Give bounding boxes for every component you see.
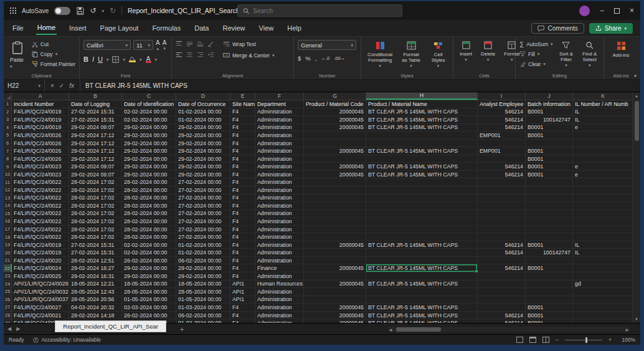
cancel-entry-button[interactable]: × [50, 82, 54, 89]
cell-B14[interactable]: 28-02-2024 17:02 [69, 202, 122, 210]
cell-J27[interactable]: B0001 [526, 304, 573, 312]
document-title[interactable]: Report_Incident_QC_LIR_API_Search [128, 7, 240, 14]
cell-C25[interactable]: 28-05-2024 00:00 [122, 288, 176, 296]
autosave-toggle[interactable] [54, 7, 70, 15]
cell-D15[interactable]: 27-02-2024 00:00 [176, 210, 230, 218]
clear-button[interactable]: Clear ▾ [519, 60, 553, 68]
cell-G23[interactable] [304, 272, 366, 281]
cell-E4[interactable]: F4 [230, 124, 255, 132]
cell-D4[interactable]: 29-02-2024 00:00 [176, 124, 230, 132]
page-layout-view-button[interactable] [529, 337, 536, 343]
column-header-H[interactable]: H [366, 92, 478, 100]
comma-style-button[interactable]: , [315, 55, 317, 62]
cell-I22[interactable]: 546214 [478, 264, 526, 272]
cell-A11[interactable]: F4/LIR/QC/24/0022 [12, 178, 69, 186]
tab-formulas[interactable]: Formulas [151, 22, 182, 34]
fill-color-button[interactable] [129, 56, 136, 62]
cell-G3[interactable]: 20000045 [304, 116, 366, 124]
cell-A24[interactable]: API/1/LIR/QC/24/0028 [12, 281, 69, 289]
cell-A19[interactable]: F4/LIR/QC/24/0019 [12, 241, 69, 249]
cell-H5[interactable] [366, 132, 478, 140]
cell-I12[interactable] [478, 186, 526, 195]
row-header-9[interactable]: 9 [4, 163, 12, 171]
insert-cells-button[interactable]: Insert ▾ [457, 40, 475, 71]
cell-K24[interactable]: gd [573, 281, 632, 289]
cell-H7[interactable]: BT CLEAR JR-5 145ML WITH CAPS [366, 147, 478, 155]
minimize-button[interactable]: − [600, 6, 604, 15]
cell-D7[interactable]: 29-02-2024 00:00 [176, 147, 230, 155]
cell-D27[interactable]: 01-03-2024 00:00 [176, 304, 230, 312]
cell-B16[interactable]: 28-02-2024 17:02 [69, 218, 122, 226]
row-header-2[interactable]: 2 [4, 108, 12, 117]
cell-B1[interactable]: Date of Logging [69, 100, 122, 108]
app-launcher-icon[interactable] [10, 7, 16, 14]
cell-I2[interactable]: 546214 [478, 108, 526, 117]
merge-center-button[interactable]: Merge & Center ▾ [223, 51, 275, 59]
scroll-down-arrow-icon[interactable]: ▾ [635, 315, 638, 323]
cell-G1[interactable]: Product / Material Code [304, 100, 366, 108]
cell-F1[interactable]: Department [255, 100, 304, 108]
increase-decimal-button[interactable]: ←.0 [321, 55, 329, 61]
cell-K13[interactable] [573, 195, 632, 203]
cell-E27[interactable]: F4 [230, 304, 255, 312]
cell-K14[interactable] [573, 202, 632, 210]
column-header-B[interactable]: B [69, 92, 122, 100]
cell-I20[interactable]: 546214 [478, 249, 526, 257]
cell-H9[interactable]: BT CLEAR JR-5 145ML WITH CAPS [366, 163, 478, 171]
cell-F19[interactable]: Administration [255, 241, 304, 249]
cell-C14[interactable]: 28-02-2024 00:00 [122, 202, 176, 210]
zoom-slider[interactable] [565, 340, 602, 340]
cell-G2[interactable]: 20000045 [304, 108, 366, 117]
cell-A5[interactable]: F4/LIR/QC/24/0026 [12, 132, 69, 140]
cell-J21[interactable] [526, 257, 573, 265]
cell-B2[interactable]: 27-02-2024 15:31 [69, 108, 122, 117]
cell-I18[interactable] [478, 233, 526, 241]
cell-B7[interactable]: 29-02-2024 17:12 [69, 147, 122, 155]
tab-help[interactable]: Help [286, 22, 303, 34]
cell-J16[interactable] [526, 218, 573, 226]
next-sheet-button[interactable]: ▶ [16, 326, 20, 332]
select-all-corner[interactable] [4, 92, 12, 100]
cell-H27[interactable]: BT CLEAR JR-5 145ML WITH CAPS [366, 304, 478, 312]
autosum-button[interactable]: ∑ AutoSum ▾ [519, 40, 553, 48]
cell-C7[interactable]: 29-02-2024 00:00 [122, 147, 176, 155]
cell-A7[interactable]: F4/LIR/QC/24/0026 [12, 147, 69, 155]
cell-F6[interactable]: Administration [255, 140, 304, 148]
cell-K18[interactable] [573, 233, 632, 241]
cell-A18[interactable]: F4/LIR/QC/24/0022 [12, 233, 69, 241]
cell-C2[interactable]: 02-02-2024 00:00 [122, 108, 176, 117]
cell-E16[interactable]: F4 [230, 218, 255, 226]
cell-G13[interactable] [304, 195, 366, 203]
cell-H10[interactable]: BT CLEAR JR-5 145ML WITH CAPS [366, 171, 478, 179]
horizontal-scroll-thumb[interactable] [396, 327, 441, 332]
cell-A9[interactable]: F4/LIR/QC/24/0023 [12, 163, 69, 171]
cell-F18[interactable]: Administration [255, 233, 304, 241]
fill-button[interactable]: Fill ▾ [519, 50, 553, 58]
normal-view-button[interactable] [516, 337, 523, 343]
cell-F8[interactable]: Administration [255, 155, 304, 163]
cell-K16[interactable] [573, 218, 632, 226]
row-header-11[interactable]: 11 [4, 178, 12, 186]
row-header-13[interactable]: 13 [4, 195, 12, 203]
cell-C5[interactable]: 29-02-2024 00:00 [122, 132, 176, 140]
cell-C21[interactable]: 26-02-2024 00:00 [122, 257, 176, 265]
cell-K9[interactable]: e [573, 163, 632, 171]
cell-styles-button[interactable]: Cell Styles ▾ [427, 40, 449, 71]
column-header-I[interactable]: I [478, 92, 526, 100]
cell-J17[interactable] [526, 226, 573, 234]
cell-B15[interactable]: 28-02-2024 17:02 [69, 210, 122, 218]
cell-D13[interactable]: 27-02-2024 00:00 [176, 195, 230, 203]
cell-I8[interactable] [478, 155, 526, 163]
cell-B21[interactable]: 28-02-2024 12:51 [69, 257, 122, 265]
save-button[interactable] [76, 7, 84, 15]
row-header-23[interactable]: 23 [4, 272, 12, 281]
cell-J13[interactable] [526, 195, 573, 203]
cell-D11[interactable]: 27-02-2024 00:00 [176, 178, 230, 186]
cell-F17[interactable]: Administration [255, 226, 304, 234]
cell-K15[interactable] [573, 210, 632, 218]
cell-J5[interactable]: B0001 [526, 132, 573, 140]
tab-page-layout[interactable]: Page Layout [99, 22, 140, 34]
search-input[interactable] [253, 7, 397, 14]
cell-A25[interactable]: API/1/LIR/QC/24/0032 [12, 288, 69, 296]
cell-A23[interactable]: F4/LIR/QC/24/0025 [12, 272, 69, 281]
